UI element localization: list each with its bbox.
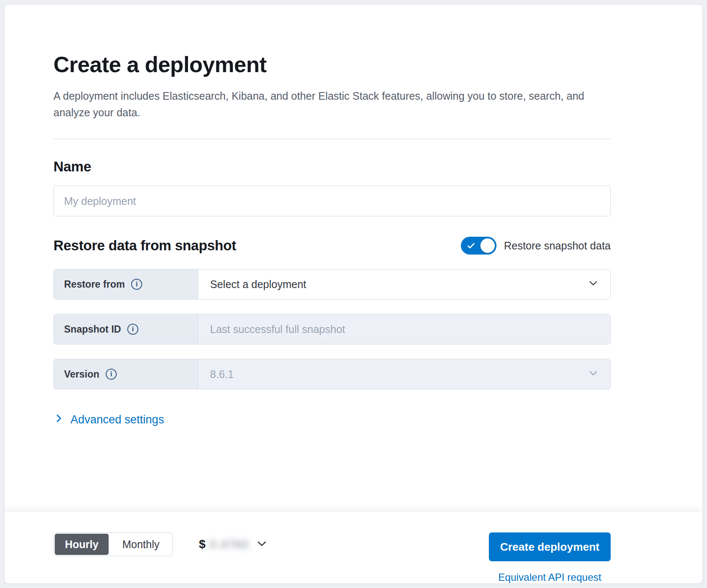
restore-snapshot-toggle-group: Restore snapshot data: [461, 237, 611, 255]
create-deployment-button[interactable]: Create deployment: [489, 532, 611, 561]
chevron-down-icon: [588, 368, 598, 381]
price-dropdown[interactable]: $ 0.4793: [199, 532, 267, 556]
footer-actions: Create deployment Equivalent API request: [489, 532, 611, 583]
version-label: Version: [54, 359, 198, 389]
snapshot-id-label: Snapshot ID: [54, 314, 198, 344]
select-value: 8.6.1: [210, 368, 234, 381]
restore-from-row: Restore from Select a deployment: [53, 269, 611, 300]
version-select: 8.6.1: [198, 359, 610, 389]
restore-snapshot-toggle[interactable]: [461, 237, 497, 255]
row-label-text: Restore from: [64, 279, 125, 290]
chevron-down-icon: [588, 278, 598, 291]
billing-toggle-group: Hourly Monthly: [53, 532, 173, 556]
chevron-down-icon: [256, 538, 267, 551]
restore-from-select[interactable]: Select a deployment: [198, 269, 610, 299]
price-currency: $: [199, 538, 206, 551]
page-title: Create a deployment: [53, 51, 611, 78]
select-value: Select a deployment: [210, 278, 306, 291]
chevron-right-icon: [53, 413, 64, 426]
restore-from-label: Restore from: [54, 269, 198, 299]
monthly-button[interactable]: Monthly: [109, 533, 172, 556]
snapshot-section-header: Restore data from snapshot Restore snaps…: [53, 237, 611, 255]
row-label-text: Snapshot ID: [64, 324, 121, 335]
name-heading: Name: [53, 159, 611, 175]
version-row: Version 8.6.1: [53, 359, 611, 389]
check-icon: [466, 241, 476, 250]
row-label-text: Version: [64, 369, 99, 380]
snapshot-heading: Restore data from snapshot: [53, 238, 236, 254]
toggle-knob: [480, 238, 495, 253]
input-placeholder: Last successful full snapshot: [210, 323, 345, 336]
advanced-settings-label: Advanced settings: [70, 413, 164, 426]
snapshot-id-input: Last successful full snapshot: [198, 314, 610, 344]
info-icon[interactable]: [127, 324, 138, 335]
info-icon[interactable]: [106, 369, 117, 380]
hourly-button[interactable]: Hourly: [55, 534, 109, 555]
advanced-settings-link[interactable]: Advanced settings: [53, 413, 164, 426]
info-icon[interactable]: [131, 279, 142, 290]
snapshot-id-row: Snapshot ID Last successful full snapsho…: [53, 314, 611, 344]
deployment-name-input[interactable]: [53, 186, 611, 216]
divider: [53, 139, 611, 139]
create-deployment-card: Create a deployment A deployment include…: [4, 4, 703, 584]
equivalent-api-link[interactable]: Equivalent API request: [489, 571, 611, 583]
toggle-label: Restore snapshot data: [504, 240, 611, 252]
footer-bar: Hourly Monthly $ 0.4793 Create deploymen…: [5, 512, 702, 583]
page-subtitle: A deployment includes Elasticsearch, Kib…: [53, 88, 592, 121]
price-amount-blurred: 0.4793: [210, 538, 249, 551]
main-content: Create a deployment A deployment include…: [5, 5, 702, 426]
